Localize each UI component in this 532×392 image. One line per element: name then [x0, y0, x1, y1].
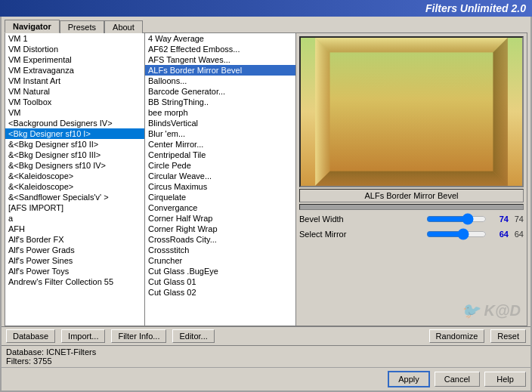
middle-list-item[interactable]: Circle Pede	[145, 160, 295, 171]
svg-marker-1	[315, 38, 508, 53]
middle-list-item[interactable]: Cut Glass 01	[145, 276, 295, 287]
progress-bar	[299, 204, 524, 210]
left-list-item[interactable]: VM 1	[5, 33, 144, 44]
middle-panel: 4 Way AverageAF62 Effected Emboss...AFS …	[145, 33, 296, 326]
left-list-item[interactable]: VM Toolbox	[5, 97, 144, 107]
bevel-width-label: Bevel Width	[299, 215, 423, 224]
left-list-item[interactable]: &<Bkg Designers sf10 IV>	[5, 160, 144, 171]
randomize-button[interactable]: Randomize	[429, 329, 485, 343]
left-list-item[interactable]: VM Distortion	[5, 44, 144, 54]
left-list-item[interactable]: &<Sandflower Specials'v' >	[5, 192, 144, 202]
middle-list-item[interactable]: Balloons...	[145, 76, 295, 86]
middle-list-item[interactable]: Center Mirror...	[145, 139, 295, 150]
left-list-item[interactable]: VM	[5, 107, 144, 118]
status-database: Database: ICNET-Filters	[6, 347, 526, 357]
left-list-item[interactable]: <Background Designers IV>	[5, 118, 144, 128]
filter-info-button[interactable]: Filter Info...	[111, 329, 166, 343]
status-filters: Filters: 3755	[6, 357, 526, 366]
param-row-bevel-width: Bevel Width 74 74	[299, 213, 524, 225]
middle-list-item[interactable]: BlindsVertical	[145, 118, 295, 128]
left-list-item[interactable]: VM Natural	[5, 86, 144, 97]
middle-list-item[interactable]: Corner Right Wrap	[145, 224, 295, 234]
middle-list-item[interactable]: Corner Half Wrap	[145, 213, 295, 224]
tab-navigator[interactable]: Navigator	[5, 20, 60, 33]
title-text: Filters Unlimited 2.0	[425, 2, 526, 14]
bevel-width-display: 74	[509, 215, 524, 224]
middle-list-item[interactable]: AFS Tangent Waves...	[145, 54, 295, 65]
preview-image	[299, 36, 524, 187]
left-list-item[interactable]: &<Bkg Designer sf10 II>	[5, 139, 144, 150]
status-bar: Database: ICNET-Filters Filters: 3755	[2, 345, 530, 367]
select-mirror-display: 64	[509, 230, 524, 239]
select-mirror-label: Select Mirror	[299, 230, 423, 239]
middle-list-item[interactable]: Convergance	[145, 202, 295, 213]
tab-presets[interactable]: Presets	[60, 20, 104, 33]
left-list-item[interactable]: Alf's Power Sines	[5, 255, 144, 266]
left-list-item[interactable]: Alf's Power Grads	[5, 245, 144, 255]
svg-marker-2	[315, 38, 330, 186]
reset-button[interactable]: Reset	[490, 329, 526, 343]
middle-list-item[interactable]: Crossstitch	[145, 245, 295, 255]
middle-list-item[interactable]: ALFs Border Mirror Bevel	[145, 65, 295, 76]
left-list-item[interactable]: VM Extravaganza	[5, 65, 144, 76]
svg-marker-4	[315, 171, 508, 186]
left-list-item[interactable]: AFH	[5, 224, 144, 234]
params-area: Bevel Width 74 74 Select Mirror 64 64	[299, 213, 524, 298]
left-list-item[interactable]: Andrew's Filter Collection 55	[5, 276, 144, 287]
left-list-item[interactable]: &<Bkg Designer sf10 III>	[5, 150, 144, 160]
middle-list-item[interactable]: 4 Way Average	[145, 33, 295, 44]
editor-button[interactable]: Editor...	[172, 329, 214, 343]
bottom-toolbar: Database Import... Filter Info... Editor…	[2, 326, 530, 345]
middle-list-item[interactable]: Blur 'em...	[145, 128, 295, 139]
middle-list-item[interactable]: CrossRoads City...	[145, 234, 295, 245]
select-mirror-slider[interactable]	[426, 228, 487, 240]
right-panel: ALFs Border Mirror Bevel Bevel Width 74 …	[296, 33, 527, 326]
apply-button[interactable]: Apply	[388, 371, 430, 387]
middle-list-item[interactable]: Cut Glass 02	[145, 287, 295, 298]
bevel-width-slider[interactable]	[426, 213, 487, 225]
middle-list-item[interactable]: Circular Weave...	[145, 171, 295, 181]
select-mirror-value: 64	[490, 230, 509, 239]
middle-list-item[interactable]: Cruncher	[145, 255, 295, 266]
middle-list-item[interactable]: Cirquelate	[145, 192, 295, 202]
left-list-item[interactable]: VM Instant Art	[5, 76, 144, 86]
left-list-item[interactable]: VM Experimental	[5, 54, 144, 65]
filter-list[interactable]: 4 Way AverageAF62 Effected Emboss...AFS …	[145, 33, 295, 326]
middle-list-item[interactable]: AF62 Effected Emboss...	[145, 44, 295, 54]
left-panel: VM 1VM DistortionVM ExperimentalVM Extra…	[5, 33, 145, 326]
middle-list-item[interactable]: bee morph	[145, 107, 295, 118]
svg-marker-3	[493, 38, 508, 186]
left-list-item[interactable]: [AFS IMPORT]	[5, 202, 144, 213]
watermark: 🐦 K@D	[299, 298, 524, 323]
filter-name: ALFs Border Mirror Bevel	[299, 189, 524, 202]
left-list-item[interactable]: &<Kaleidoscope>	[5, 181, 144, 192]
middle-list-item[interactable]: Circus Maximus	[145, 181, 295, 192]
middle-list-item[interactable]: Cut Glass .BugEye	[145, 266, 295, 276]
left-list-item[interactable]: <Bkg Designer sf10 I>	[5, 128, 144, 139]
left-list-item[interactable]: a	[5, 213, 144, 224]
import-button[interactable]: Import...	[61, 329, 105, 343]
watermark-text: 🐦 K@D	[461, 301, 521, 319]
action-bar: Apply Cancel Help	[2, 367, 530, 390]
middle-list-item[interactable]: BB StringThing..	[145, 97, 295, 107]
navigator-list[interactable]: VM 1VM DistortionVM ExperimentalVM Extra…	[5, 33, 144, 326]
middle-list-item[interactable]: Centripedal Tile	[145, 150, 295, 160]
left-list-item[interactable]: &<Kaleidoscope>	[5, 171, 144, 181]
cancel-button[interactable]: Cancel	[435, 372, 480, 387]
help-button[interactable]: Help	[484, 372, 526, 387]
param-row-select-mirror: Select Mirror 64 64	[299, 228, 524, 240]
left-list-item[interactable]: Alf's Power Toys	[5, 266, 144, 276]
left-list-item[interactable]: Alf's Border FX	[5, 234, 144, 245]
svg-rect-5	[330, 53, 493, 171]
title-bar: Filters Unlimited 2.0	[0, 0, 532, 17]
bevel-width-value: 74	[490, 215, 509, 224]
database-button[interactable]: Database	[6, 329, 55, 343]
middle-list-item[interactable]: Barcode Generator...	[145, 86, 295, 97]
tab-about[interactable]: About	[104, 20, 143, 33]
